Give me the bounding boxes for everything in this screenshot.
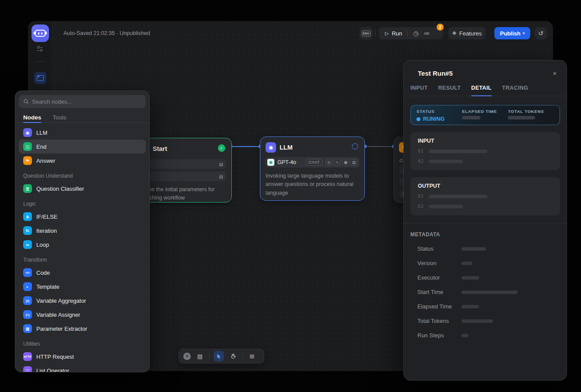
node-item-variable-aggregator[interactable]: {x}Variable Aggregator xyxy=(19,294,146,308)
node-item-label: IF/ELSE xyxy=(36,214,57,220)
node-item-label: Template xyxy=(36,284,60,290)
metadata-title: METADATA xyxy=(410,231,560,238)
llm-model-row[interactable]: ✽ GPT-4o CHAT ◎∿▣▤ xyxy=(265,157,360,168)
metadata-row: Total Tokens xyxy=(410,318,560,324)
iteration-icon: ↻ xyxy=(23,226,32,235)
tab-result[interactable]: RESULT xyxy=(438,85,461,96)
node-item-answer[interactable]: ⚑Answer xyxy=(19,154,146,168)
node-item-template[interactable]: ◐Template xyxy=(19,280,146,294)
node-item-question-classifier[interactable]: ≣Question Classifier xyxy=(19,182,146,196)
llm-node-icon: ◉ xyxy=(266,142,276,153)
row-index: 02 xyxy=(418,203,424,209)
preferences-icon[interactable] xyxy=(34,44,46,56)
running-dot-icon xyxy=(416,117,420,121)
skeleton-row: 01 xyxy=(418,148,553,154)
node-item-code[interactable]: </>Code xyxy=(19,266,146,280)
app-logo-icon[interactable] xyxy=(32,24,49,42)
row-index: 02 xyxy=(418,158,424,164)
add-note-button[interactable]: ▤ xyxy=(195,351,205,361)
publish-label: Publish xyxy=(500,30,521,37)
section-divider xyxy=(404,223,567,224)
tab-nodes[interactable]: Nodes xyxy=(23,114,41,122)
edge-start-to-llm xyxy=(231,146,260,147)
node-item-label: Iteration xyxy=(36,228,57,234)
status-label: STATUS xyxy=(416,109,462,114)
node-item-parameter-extractor[interactable]: ▦Parameter Extractor xyxy=(19,322,146,336)
metadata-skeleton xyxy=(462,305,479,308)
list-operator-icon: ▽ xyxy=(23,366,32,372)
node-item-label: Variable Assigner xyxy=(36,312,80,318)
node-item-label: Variable Aggregator xyxy=(36,298,86,304)
version-history-button[interactable]: ↺ xyxy=(535,27,547,39)
value-skeleton xyxy=(429,160,463,163)
publish-button[interactable]: Publish ▾ xyxy=(494,27,530,39)
chat-mode-badge: CHAT xyxy=(306,159,322,166)
start-field-row[interactable]: ▤ xyxy=(139,159,226,169)
canvas-toolbar: + ▤ ⊞ xyxy=(178,349,264,364)
llm-icon: ◉ xyxy=(23,128,32,137)
node-item-llm[interactable]: ◉LLM xyxy=(19,126,146,140)
node-item-end[interactable]: ◫End xyxy=(19,140,146,154)
skeleton-row: 02 xyxy=(418,203,553,209)
tab-tracing[interactable]: TRACING xyxy=(502,85,528,96)
add-node-button[interactable]: + xyxy=(183,353,191,360)
run-button[interactable]: Run xyxy=(392,30,402,37)
tab-detail[interactable]: DETAIL xyxy=(471,85,492,96)
node-item-label: Parameter Extractor xyxy=(36,326,87,332)
panel-toggle-button[interactable] xyxy=(34,72,46,84)
total-tokens-skeleton xyxy=(508,116,535,119)
hand-mode-button[interactable] xyxy=(228,351,238,361)
schedule-icon[interactable]: ◷ xyxy=(413,30,418,37)
play-icon[interactable]: ▷ xyxy=(385,31,388,36)
organize-nodes-button[interactable]: ⊞ xyxy=(247,351,257,361)
metadata-row: Start Time xyxy=(410,289,560,295)
search-input[interactable] xyxy=(32,98,141,105)
tab-input[interactable]: INPUT xyxy=(410,85,428,96)
skeleton-row: 02 xyxy=(418,158,553,164)
node-item-iteration[interactable]: ↻Iteration xyxy=(19,224,146,238)
chevron-down-icon: ▾ xyxy=(523,31,525,35)
node-item-label: Code xyxy=(36,270,50,276)
elapsed-time-skeleton xyxy=(462,116,480,119)
metadata-label: Elapsed Time xyxy=(417,303,462,310)
audio-icon: ∿ xyxy=(334,159,341,166)
group-header: Logic xyxy=(15,196,149,210)
input-card-title: INPUT xyxy=(418,138,553,144)
start-node-description: Define the initial parameters for launch… xyxy=(139,186,226,203)
tab-tools[interactable]: Tools xyxy=(52,114,66,122)
node-item-if-else[interactable]: ⋔IF/ELSE xyxy=(19,210,146,224)
topbar-divider xyxy=(375,30,376,36)
llm-node-title: LLM xyxy=(280,144,293,151)
node-item-label: End xyxy=(36,144,46,150)
metadata-skeleton xyxy=(462,247,486,251)
elapsed-time-label: ELAPSED TIME xyxy=(462,109,508,114)
node-item-label: List Operator xyxy=(36,368,69,373)
skeleton-row: 01 xyxy=(418,193,553,199)
node-item-list-operator[interactable]: ▽List Operator xyxy=(19,364,146,372)
value-skeleton xyxy=(429,150,487,153)
node-item-variable-assigner[interactable]: {=}Variable Assigner xyxy=(19,308,146,322)
pointer-mode-button[interactable] xyxy=(214,351,224,361)
metadata-label: Run Steps xyxy=(417,332,462,339)
close-icon[interactable]: × xyxy=(550,68,560,78)
node-item-loop[interactable]: ∞Loop xyxy=(19,238,146,252)
edge-llm-to-end xyxy=(366,146,394,147)
checklist-icon[interactable]: ≔ xyxy=(424,30,430,37)
start-field-row[interactable]: ▤ xyxy=(139,172,226,181)
features-icon: ❖ xyxy=(452,30,457,36)
output-card: OUTPUT 0102 xyxy=(410,177,560,215)
node-item-http-request[interactable]: HTTPHTTP Request xyxy=(19,350,146,364)
env-button[interactable]: ENV xyxy=(360,27,373,39)
start-node-title: Start xyxy=(153,145,167,152)
llm-node[interactable]: ◉ LLM ✽ GPT-4o CHAT ◎∿▣▤ Invoking large … xyxy=(260,136,365,201)
metadata-label: Total Tokens xyxy=(417,318,462,324)
search-box[interactable] xyxy=(19,95,146,108)
metadata-skeleton xyxy=(462,319,493,323)
features-button[interactable]: ❖ Features xyxy=(448,27,485,39)
node-item-label: Loop xyxy=(36,242,49,248)
metadata-row: Version xyxy=(410,260,560,266)
row-index: 01 xyxy=(418,193,424,199)
llm-model-name: GPT-4o xyxy=(277,159,306,165)
node-item-label: LLM xyxy=(36,130,47,136)
document-icon: ▤ xyxy=(219,162,223,167)
